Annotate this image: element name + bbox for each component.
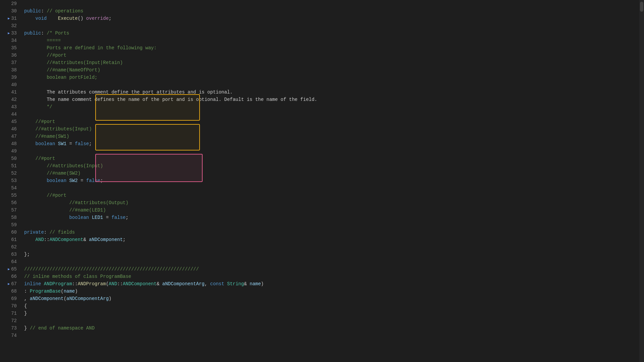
line-num-label-67: 67 [11,281,17,287]
line-number-29: 29 [0,0,20,7]
line-num-label-63: 63 [11,252,17,257]
code-line-40 [21,81,644,88]
line-number-59: 59 [0,221,20,229]
line-number-74: 74 [0,332,20,339]
line-num-label-31: 31 [11,16,17,21]
line-number-53: 53 [0,177,20,184]
code-line-46: //#attributes(Input) [21,125,644,133]
line-number-72: 72 [0,317,20,324]
code-line-49 [21,147,644,155]
code-line-44 [21,111,644,118]
code-line-52: //#name(SW2) [21,170,644,177]
code-line-50: //#port [21,155,644,162]
line-number-66: 66 [0,273,20,280]
line-num-label-49: 49 [11,148,17,154]
line-num-label-74: 74 [11,333,17,338]
line-num-label-72: 72 [11,318,17,323]
line-number-41: 41 [0,88,20,96]
line-number-69: 69 [0,295,20,302]
line-num-label-38: 38 [11,67,17,73]
vertical-scrollbar[interactable] [639,0,644,362]
code-line-61: AND::ANDComponent& aNDComponent; [21,236,644,243]
code-line-33: public: /* Ports [21,29,644,37]
scrollbar-thumb[interactable] [640,2,643,12]
line-number-64: 64 [0,258,20,265]
line-number-55: 55 [0,192,20,199]
line-number-61: 61 [0,236,20,243]
code-content-area[interactable]: public: // operations void Execute() ove… [21,0,644,362]
code-line-60: private: // fields [21,229,644,236]
line-num-label-58: 58 [11,215,17,220]
line-number-73: 73 [0,324,20,332]
line-number-50: 50 [0,155,20,162]
code-line-39: boolean portField; [21,74,644,81]
code-line-55: //#port [21,192,644,199]
line-number-44: 44 [0,111,20,118]
code-line-74 [21,332,644,339]
code-line-72 [21,317,644,324]
line-num-label-64: 64 [11,259,17,264]
fold-icon[interactable]: ▶ [8,267,10,271]
fold-icon[interactable]: ▶ [8,31,10,35]
line-number-70: 70 [0,302,20,310]
code-line-69: , aNDComponent(aNDComponentArg) [21,295,644,302]
line-num-label-68: 68 [11,289,17,294]
line-number-48: 48 [0,140,20,147]
line-num-label-59: 59 [11,222,17,228]
line-num-label-56: 56 [11,200,17,205]
code-line-41: The attributes comment define the port a… [21,88,644,96]
code-line-47: //#name(SW1) [21,133,644,140]
line-number-60: 60 [0,229,20,236]
code-line-51: //#attributes(Input) [21,162,644,170]
line-number-40: 40 [0,81,20,88]
line-num-label-73: 73 [11,325,17,331]
line-number-37: 37 [0,59,20,66]
line-number-68: 68 [0,288,20,295]
line-number-58: 58 [0,214,20,221]
line-num-label-32: 32 [11,23,17,28]
line-num-label-53: 53 [11,178,17,183]
code-line-62 [21,243,644,251]
code-line-53: boolean SW2 = false; [21,177,644,184]
line-num-label-33: 33 [11,31,17,36]
fold-icon[interactable]: ▶ [8,16,10,20]
code-line-42: The name comment defines the name of the… [21,96,644,103]
line-num-label-41: 41 [11,89,17,95]
code-line-65: ////////////////////////////////////////… [21,265,644,273]
code-line-59 [21,221,644,229]
all-code-lines: public: // operations void Execute() ove… [21,0,644,339]
code-line-68: : ProgramBase(name) [21,288,644,295]
line-num-label-44: 44 [11,112,17,117]
line-num-label-66: 66 [11,274,17,279]
line-num-label-61: 61 [11,237,17,242]
line-number-46: 46 [0,125,20,133]
code-line-45: //#port [21,118,644,125]
line-number-65: ▶65 [0,265,20,273]
line-number-45: 45 [0,118,20,125]
code-line-67: inline ANDProgram::ANDProgram(AND::ANDCo… [21,280,644,288]
code-line-63: }; [21,251,644,258]
line-number-56: 56 [0,199,20,206]
code-line-57: //#name(LED1) [21,206,644,214]
line-number-47: 47 [0,133,20,140]
line-num-label-71: 71 [11,311,17,316]
line-number-36: 36 [0,52,20,59]
code-line-37: //#attributes(Input|Retain) [21,59,644,66]
code-line-29 [21,0,644,7]
code-line-58: boolean LED1 = false; [21,214,644,221]
line-number-30: 30 [0,7,20,15]
code-line-66: // inline methods of class ProgramBase [21,273,644,280]
line-num-label-42: 42 [11,97,17,102]
line-number-38: 38 [0,66,20,74]
line-number-43: 43 [0,103,20,111]
line-number-34: 34 [0,37,20,44]
line-number-39: 39 [0,74,20,81]
line-num-label-43: 43 [11,104,17,110]
code-line-43: */ [21,103,644,111]
line-num-label-39: 39 [11,75,17,80]
code-line-70: { [21,302,644,310]
fold-icon[interactable]: ▶ [8,282,10,286]
code-line-32 [21,22,644,29]
line-num-label-60: 60 [11,230,17,235]
code-line-71: } [21,310,644,317]
